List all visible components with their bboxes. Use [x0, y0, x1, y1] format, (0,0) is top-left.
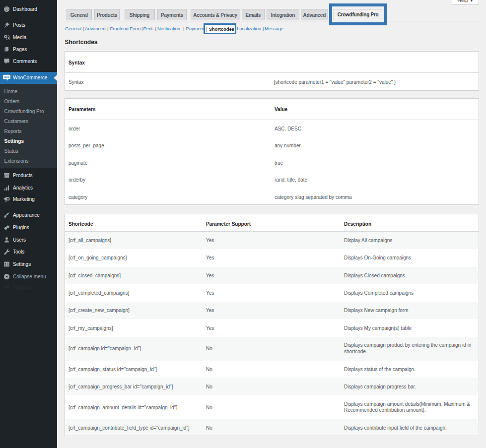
svg-text:woo: woo — [4, 75, 9, 78]
